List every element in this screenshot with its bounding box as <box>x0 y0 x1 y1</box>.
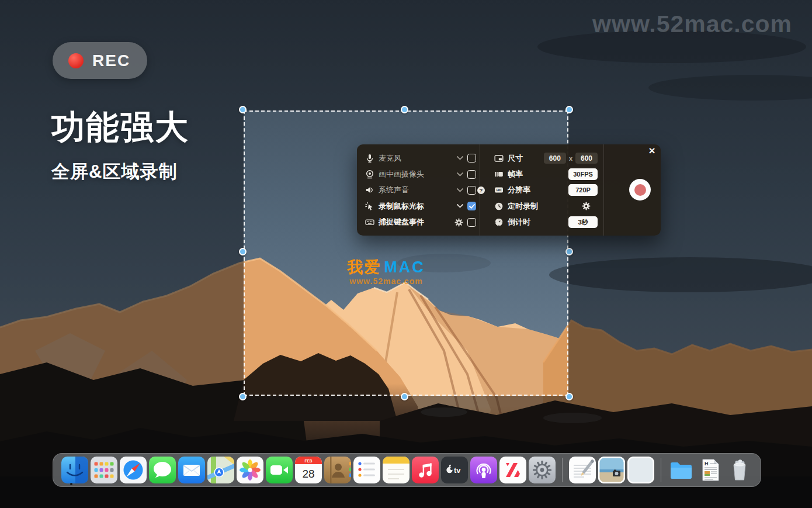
system-sound-row: 系统声音 ? <box>365 182 476 198</box>
gear-icon[interactable] <box>582 202 591 210</box>
microphone-checkbox[interactable] <box>467 154 476 163</box>
preview-photo-icon[interactable] <box>598 457 625 483</box>
blank-app-icon[interactable] <box>627 457 654 483</box>
resize-handle-bottom-left[interactable] <box>239 393 247 400</box>
cursor-icon <box>365 202 374 211</box>
svg-text:H: H <box>705 461 709 466</box>
width-input[interactable]: 600 <box>544 153 566 164</box>
launchpad-icon[interactable] <box>91 457 117 483</box>
dock-divider <box>661 458 661 482</box>
help-icon[interactable]: ? <box>477 186 485 194</box>
document-icon[interactable]: H <box>697 457 724 483</box>
maps-icon[interactable] <box>207 457 234 483</box>
resize-handle-top-left[interactable] <box>239 106 247 113</box>
system-sound-label: 系统声音 <box>379 185 453 195</box>
pip-camera-label: 画中画摄像头 <box>379 169 453 179</box>
desktop-screen: www.52mac.com REC 功能强大 全屏&区域录制 我爱MAC www… <box>0 0 812 508</box>
chevron-down-icon[interactable] <box>457 188 463 192</box>
microphone-label: 麦克风 <box>379 153 453 164</box>
system-sound-checkbox[interactable] <box>467 186 476 195</box>
appletv-icon[interactable]: tv <box>441 457 468 483</box>
headline-title: 功能强大 <box>51 105 189 150</box>
mouse-cursor-checkbox[interactable] <box>467 202 476 210</box>
podcasts-icon[interactable] <box>470 457 497 483</box>
schedule-row: 定时录制 <box>494 198 598 214</box>
start-record-button[interactable] <box>629 179 651 201</box>
facetime-icon[interactable] <box>266 457 293 483</box>
safari-icon[interactable] <box>120 457 147 483</box>
mail-icon[interactable] <box>178 457 205 483</box>
news-icon[interactable] <box>499 457 526 483</box>
macos-dock: FEB28 tv <box>53 453 761 487</box>
resolution-label: 分辨率 <box>508 185 564 195</box>
watermark-url: www.52mac.com <box>331 277 442 286</box>
svg-text:FEB: FEB <box>304 459 312 463</box>
photos-icon[interactable] <box>237 457 263 483</box>
svg-text:tv: tv <box>454 466 461 475</box>
finder-icon[interactable] <box>61 457 88 483</box>
keyboard-events-row: 捕捉键盘事件 <box>365 215 476 230</box>
music-icon[interactable] <box>412 457 439 483</box>
height-input[interactable]: 600 <box>575 153 598 164</box>
textedit-icon[interactable] <box>569 457 596 483</box>
input-options-column: 麦克风 画中画摄像头 系统声音 ? <box>357 144 480 236</box>
calendar-icon[interactable]: FEB28 <box>295 457 322 483</box>
resize-handle-top-mid[interactable] <box>401 106 408 113</box>
headline-subtitle: 全屏&区域录制 <box>51 160 189 184</box>
chevron-down-icon[interactable] <box>457 156 463 160</box>
resize-handle-mid-left[interactable] <box>239 248 247 255</box>
speaker-icon <box>365 185 374 195</box>
size-separator: x <box>569 155 572 162</box>
mouse-cursor-row: 录制鼠标光标 <box>365 198 476 214</box>
gear-icon[interactable] <box>454 218 463 227</box>
resolution-select[interactable]: 720P <box>568 184 598 196</box>
resolution-row: HD 分辨率 720P <box>494 182 598 198</box>
microphone-icon <box>365 154 374 163</box>
watermark-mac: MAC <box>384 258 425 276</box>
chevron-down-icon[interactable] <box>457 172 463 177</box>
pip-camera-row: 画中画摄像头 <box>365 166 476 182</box>
clock-icon <box>494 202 504 211</box>
resize-handle-mid-right[interactable] <box>565 248 573 255</box>
framerate-label: 帧率 <box>508 169 564 179</box>
chevron-down-icon[interactable] <box>457 204 463 208</box>
mouse-cursor-label: 录制鼠标光标 <box>379 201 453 212</box>
schedule-label: 定时录制 <box>508 201 578 212</box>
close-icon[interactable]: × <box>646 145 658 157</box>
rec-badge: REC <box>53 42 147 79</box>
svg-text:28: 28 <box>302 468 314 480</box>
framerate-row: 帧率 30FPS <box>494 166 598 182</box>
countdown-select[interactable]: 3秒 <box>568 216 598 228</box>
resolution-hd-icon: HD <box>494 185 504 195</box>
notes-icon[interactable] <box>383 457 410 483</box>
dock-divider <box>562 458 563 482</box>
resize-handle-bottom-right[interactable] <box>565 393 573 400</box>
output-options-column: 尺寸 600 x 600 帧率 30FPS HD 分辨率 720P <box>480 144 604 236</box>
resize-handle-top-right[interactable] <box>565 106 573 113</box>
size-label: 尺寸 <box>508 153 540 164</box>
countdown-row: 倒计时 3秒 <box>494 215 598 230</box>
contacts-icon[interactable] <box>324 457 351 483</box>
keyboard-icon <box>365 217 374 227</box>
countdown-label: 倒计时 <box>508 217 564 227</box>
system-preferences-icon[interactable] <box>529 457 556 483</box>
messages-icon[interactable] <box>149 457 176 483</box>
pip-camera-checkbox[interactable] <box>467 170 476 179</box>
framerate-icon <box>494 170 504 179</box>
finder-running-indicator <box>70 483 72 485</box>
watermark-cn: 我爱 <box>347 258 381 276</box>
folder-icon[interactable] <box>668 457 695 483</box>
framerate-select[interactable]: 30FPS <box>568 168 598 180</box>
keyboard-events-checkbox[interactable] <box>467 218 476 227</box>
site-watermark: www.52mac.com <box>592 11 792 38</box>
trash-icon[interactable] <box>726 457 753 483</box>
resize-handle-bottom-mid[interactable] <box>401 393 408 400</box>
webcam-icon <box>365 170 374 179</box>
promo-headline: 功能强大 全屏&区域录制 <box>51 105 189 184</box>
center-watermark: 我爱MAC www.52mac.com <box>331 259 442 286</box>
recorder-settings-panel: 麦克风 画中画摄像头 系统声音 ? <box>357 144 661 236</box>
record-dot-icon <box>634 184 646 196</box>
microphone-row: 麦克风 <box>365 150 476 166</box>
reminders-icon[interactable] <box>353 457 380 483</box>
keyboard-events-label: 捕捉键盘事件 <box>379 217 450 227</box>
